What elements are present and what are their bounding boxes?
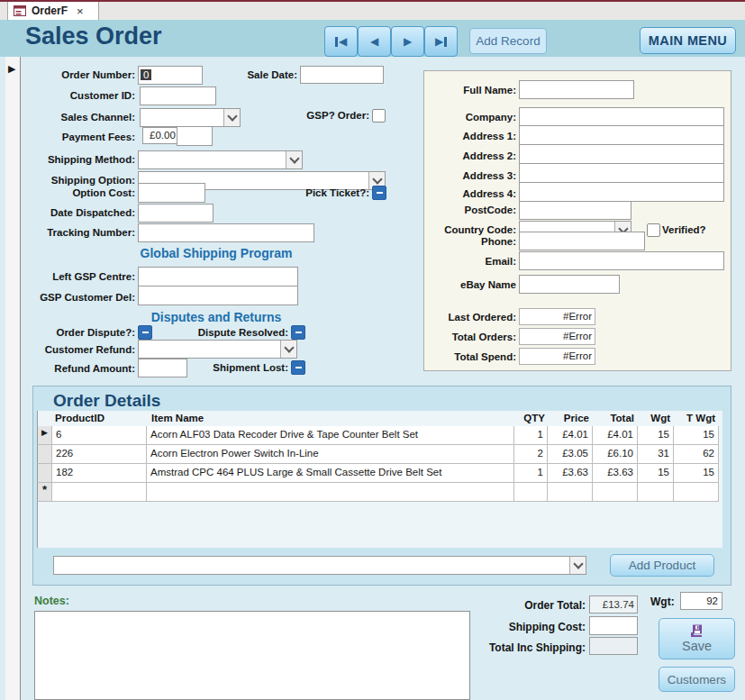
sale-date-field[interactable] [300, 66, 384, 84]
cell-qty[interactable] [514, 483, 548, 502]
cell-productid[interactable]: 182 [52, 464, 147, 483]
ebay-name-field[interactable] [519, 275, 620, 294]
address4-field[interactable] [519, 182, 724, 202]
total-inc-shipping-label: Total Inc Shipping: [468, 641, 586, 654]
add-product-button[interactable]: Add Product [610, 554, 714, 577]
main-menu-button[interactable]: MAIN MENU [640, 27, 736, 54]
tracking-number-field[interactable] [138, 223, 314, 242]
sales-channel-dropdown-icon[interactable] [223, 109, 240, 126]
pick-ticket-toggle[interactable] [372, 186, 386, 200]
email-field[interactable] [519, 251, 724, 270]
cell-productid[interactable]: 6 [52, 426, 147, 445]
accent-top-line [0, 0, 745, 2]
customer-refund-combobox[interactable] [138, 340, 297, 359]
row-selector[interactable] [37, 445, 52, 464]
postcode-label: PostCode: [424, 205, 516, 215]
total-inc-shipping-field[interactable] [589, 637, 638, 655]
shipment-lost-toggle[interactable] [291, 360, 305, 375]
nav-first-icon: ◀ [339, 36, 347, 47]
product-picker-combobox[interactable] [53, 556, 586, 575]
full-name-field[interactable] [519, 80, 634, 99]
cell-twgt[interactable]: 15 [674, 426, 719, 445]
customer-refund-dropdown-icon[interactable] [280, 341, 296, 358]
notes-field[interactable] [34, 611, 470, 700]
add-record-button[interactable]: Add Record [469, 28, 547, 54]
company-field[interactable] [519, 107, 724, 126]
order-dispute-toggle[interactable] [138, 325, 152, 340]
table-row: 226 Acorn Electron Power Switch In-Line … [37, 445, 719, 464]
cell-productid[interactable]: 226 [52, 445, 147, 464]
cell-price[interactable]: £3.63 [548, 464, 593, 483]
close-icon[interactable]: × [77, 5, 84, 18]
gsp-order-label: GSP? Order: [288, 110, 369, 121]
cell-itemname[interactable]: Amstrad CPC 464 PLUS Large & Small Casse… [147, 464, 514, 483]
col-header-price: Price [548, 413, 589, 423]
nav-last-button[interactable]: ▶ [424, 26, 458, 57]
current-record-arrow-icon[interactable]: ▶ [41, 428, 48, 437]
nav-next-icon: ▶ [404, 36, 412, 47]
payment-fees-extra-field[interactable] [177, 126, 213, 146]
gsp-customer-del-field[interactable] [138, 286, 298, 305]
cell-wgt[interactable]: 15 [638, 426, 674, 445]
refund-amount-field[interactable] [138, 359, 187, 377]
cell-price[interactable]: £3.05 [548, 445, 593, 464]
customer-id-field[interactable] [140, 86, 216, 105]
cell-twgt[interactable]: 62 [674, 445, 719, 464]
phone-field[interactable] [519, 232, 645, 250]
total-spend-value: #Error [519, 348, 595, 365]
gsp-order-checkbox[interactable] [372, 109, 386, 123]
cell-wgt[interactable]: 15 [638, 464, 674, 483]
email-label: Email: [424, 256, 516, 267]
nav-next-button[interactable]: ▶ [391, 26, 424, 57]
shipping-method-label: Shipping Method: [9, 154, 135, 165]
cell-qty[interactable]: 1 [514, 426, 548, 445]
new-record-icon[interactable]: * [42, 483, 47, 496]
tab-orderf[interactable]: OrderF × [7, 2, 99, 20]
verified-checkbox[interactable] [647, 223, 660, 237]
cell-twgt[interactable]: 15 [674, 464, 719, 483]
cell-total[interactable] [593, 483, 638, 502]
address2-field[interactable] [519, 144, 724, 164]
sale-date-label: Sale Date: [225, 69, 297, 80]
customers-button[interactable]: Customers [659, 667, 735, 692]
cell-wgt[interactable] [638, 483, 674, 502]
cell-itemname[interactable]: Acorn Electron Power Switch In-Line [147, 445, 514, 464]
postcode-field[interactable] [519, 201, 631, 220]
cell-itemname[interactable]: Acorn ALF03 Data Recoder Drive & Tape Co… [147, 426, 514, 445]
cell-total[interactable]: £6.10 [593, 445, 638, 464]
gsp-customer-del-label: GSP Customer Del: [9, 292, 135, 303]
cell-qty[interactable]: 2 [514, 445, 548, 464]
save-button[interactable]: Save [659, 618, 735, 659]
shipping-method-combobox[interactable] [138, 150, 303, 169]
table-row: 182 Amstrad CPC 464 PLUS Large & Small C… [37, 464, 719, 483]
cell-qty[interactable]: 1 [514, 464, 548, 483]
address1-field[interactable] [519, 125, 724, 145]
minus-icon [142, 332, 149, 333]
address3-field[interactable] [519, 163, 724, 183]
cell-total[interactable]: £4.01 [593, 426, 638, 445]
cell-itemname[interactable] [147, 483, 514, 502]
minus-icon [295, 332, 302, 333]
payment-fees-label: Payment Fees: [9, 132, 135, 142]
address3-label: Address 3: [424, 170, 516, 181]
shipping-cost-field[interactable] [589, 616, 638, 635]
total-spend-label: Total Spend: [424, 351, 516, 362]
cell-price[interactable] [548, 483, 593, 502]
sales-channel-combobox[interactable] [140, 108, 241, 127]
date-dispatched-field[interactable] [138, 204, 214, 223]
nav-previous-button[interactable]: ◀ [358, 26, 391, 57]
product-picker-dropdown-icon[interactable] [569, 557, 586, 574]
dispute-resolved-toggle[interactable] [291, 325, 305, 340]
cell-total[interactable]: £3.63 [593, 464, 638, 483]
left-gsp-centre-field[interactable] [138, 267, 298, 286]
option-cost-label: Option Cost: [9, 187, 135, 198]
row-selector[interactable] [37, 464, 52, 483]
cell-productid[interactable] [52, 483, 147, 502]
order-number-field[interactable]: 0 [138, 66, 203, 85]
cell-price[interactable]: £4.01 [548, 426, 593, 445]
option-cost-field[interactable] [138, 183, 205, 203]
cell-wgt[interactable]: 31 [638, 445, 674, 464]
cell-twgt[interactable] [674, 483, 719, 502]
nav-first-button[interactable]: ◀ [324, 26, 358, 57]
shipping-method-dropdown-icon[interactable] [286, 151, 302, 168]
